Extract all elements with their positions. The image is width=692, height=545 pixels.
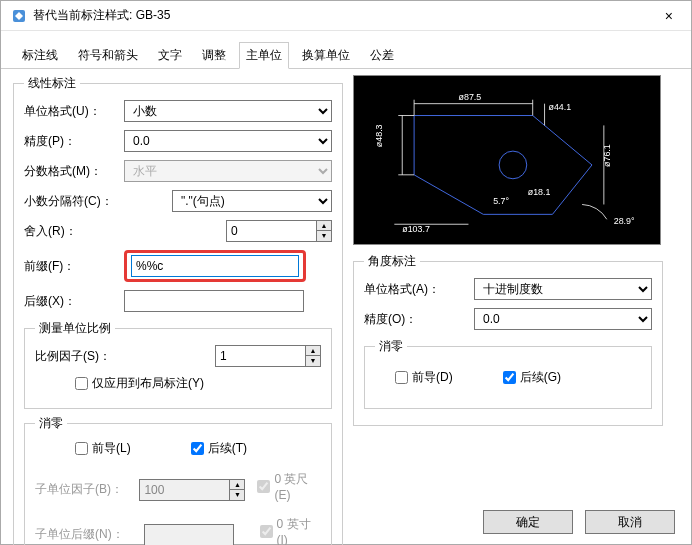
tab-alt-units[interactable]: 换算单位 <box>295 42 357 69</box>
scale-group: 测量单位比例 比例因子(S)： ▲▼ 仅应用到布局标注(Y) <box>24 320 332 409</box>
angular-legend: 角度标注 <box>364 253 420 270</box>
svg-text:ø76.1: ø76.1 <box>602 144 612 167</box>
tab-fit[interactable]: 调整 <box>195 42 233 69</box>
layout-only-label: 仅应用到布局标注(Y) <box>92 375 204 392</box>
precision-select[interactable]: 0.0 <box>124 130 332 152</box>
subunit-factor-input <box>139 479 229 501</box>
scale-factor-spinner[interactable]: ▲▼ <box>215 345 321 367</box>
fraction-format-select: 水平 <box>124 160 332 182</box>
trailing-label: 后续(T) <box>208 440 247 457</box>
trailing-checkbox[interactable] <box>191 442 204 455</box>
angular-precision-select[interactable]: 0.0 <box>474 308 652 330</box>
angular-group: 角度标注 单位格式(A)： 十进制度数 精度(O)： 0.0 消零 前导(D) … <box>353 253 663 426</box>
spin-down-icon[interactable]: ▼ <box>306 356 320 366</box>
unit-format-select[interactable]: 小数 <box>124 100 332 122</box>
window-title: 替代当前标注样式: GB-35 <box>33 7 170 24</box>
unit-format-label: 单位格式(U)： <box>24 103 124 120</box>
cancel-button[interactable]: 取消 <box>585 510 675 534</box>
round-label: 舍入(R)： <box>24 223 124 240</box>
zero-group: 消零 前导(L) 后续(T) 子单位因子(B)： ▲▼ 0 英尺(E) <box>24 415 332 545</box>
svg-text:ø44.1: ø44.1 <box>549 102 572 112</box>
spin-down-icon: ▼ <box>230 490 244 500</box>
angular-precision-label: 精度(O)： <box>364 311 474 328</box>
prefix-input[interactable] <box>131 255 299 277</box>
decimal-sep-label: 小数分隔符(C)： <box>24 193 124 210</box>
ok-button[interactable]: 确定 <box>483 510 573 534</box>
tab-text[interactable]: 文字 <box>151 42 189 69</box>
svg-text:ø48.3: ø48.3 <box>374 124 384 147</box>
suffix-label: 后缀(X)： <box>24 293 124 310</box>
feet-checkbox <box>257 480 270 493</box>
scale-factor-input[interactable] <box>215 345 305 367</box>
leading-label: 前导(L) <box>92 440 131 457</box>
linear-legend: 线性标注 <box>24 75 80 92</box>
svg-text:ø103.7: ø103.7 <box>402 224 430 234</box>
spin-down-icon[interactable]: ▼ <box>317 231 331 241</box>
svg-text:28.9°: 28.9° <box>614 216 635 226</box>
spin-up-icon: ▲ <box>230 480 244 490</box>
tab-dimlines[interactable]: 标注线 <box>15 42 65 69</box>
leading-checkbox[interactable] <box>75 442 88 455</box>
preview-pane: ø87.5 ø48.3 ø44.1 ø76.1 ø103.7 ø18.1 5.7… <box>353 75 661 245</box>
angular-zero-group: 消零 前导(D) 后续(G) <box>364 338 652 409</box>
angular-unit-label: 单位格式(A)： <box>364 281 474 298</box>
title-bar: 替代当前标注样式: GB-35 × <box>1 1 691 31</box>
tab-tolerance[interactable]: 公差 <box>363 42 401 69</box>
scale-legend: 测量单位比例 <box>35 320 115 337</box>
angular-zero-legend: 消零 <box>375 338 407 355</box>
svg-text:ø18.1: ø18.1 <box>528 187 551 197</box>
angular-leading-label: 前导(D) <box>412 369 453 386</box>
precision-label: 精度(P)： <box>24 133 124 150</box>
scale-factor-label: 比例因子(S)： <box>35 348 145 365</box>
spin-up-icon[interactable]: ▲ <box>306 346 320 356</box>
subunit-suffix-label: 子单位后缀(N)： <box>35 526 144 543</box>
inches-label: 0 英寸(I) <box>277 516 322 545</box>
angular-unit-select[interactable]: 十进制度数 <box>474 278 652 300</box>
inches-checkbox <box>260 525 273 538</box>
subunit-suffix-input <box>144 524 234 546</box>
zero-legend: 消零 <box>35 415 67 432</box>
subunit-factor-label: 子单位因子(B)： <box>35 481 139 498</box>
tab-bar: 标注线 符号和箭头 文字 调整 主单位 换算单位 公差 <box>1 31 691 69</box>
decimal-sep-select[interactable]: "."(句点) <box>172 190 332 212</box>
angular-trailing-checkbox[interactable] <box>503 371 516 384</box>
close-button[interactable]: × <box>657 6 681 26</box>
linear-group: 线性标注 单位格式(U)： 小数 精度(P)： 0.0 分数格式(M)： 水平 … <box>13 75 343 545</box>
tab-primary-units[interactable]: 主单位 <box>239 42 289 69</box>
fraction-format-label: 分数格式(M)： <box>24 163 124 180</box>
feet-label: 0 英尺(E) <box>274 471 321 502</box>
svg-text:5.7°: 5.7° <box>493 196 509 206</box>
angular-leading-checkbox[interactable] <box>395 371 408 384</box>
angular-trailing-label: 后续(G) <box>520 369 561 386</box>
suffix-input[interactable] <box>124 290 304 312</box>
subunit-factor-spinner: ▲▼ <box>139 479 245 501</box>
layout-only-checkbox[interactable] <box>75 377 88 390</box>
svg-point-1 <box>499 151 527 179</box>
app-icon <box>11 8 27 24</box>
svg-text:ø87.5: ø87.5 <box>459 92 482 102</box>
round-input[interactable] <box>226 220 316 242</box>
spin-up-icon[interactable]: ▲ <box>317 221 331 231</box>
prefix-highlight <box>124 250 306 282</box>
prefix-label: 前缀(F)： <box>24 258 124 275</box>
tab-symbols[interactable]: 符号和箭头 <box>71 42 145 69</box>
round-spinner[interactable]: ▲▼ <box>226 220 332 242</box>
